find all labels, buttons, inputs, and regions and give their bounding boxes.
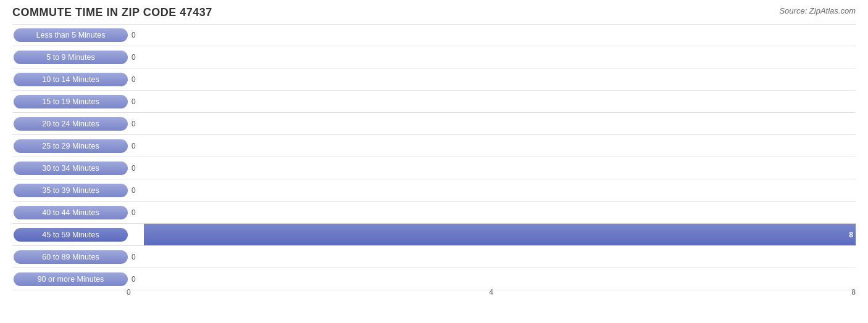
- bar-label: 30 to 34 Minutes: [14, 162, 128, 175]
- chart-title: COMMUTE TIME IN ZIP CODE 47437: [12, 6, 856, 19]
- bar-row: 40 to 44 Minutes0: [12, 202, 856, 224]
- bar-track: [144, 157, 856, 179]
- bar-track: [144, 68, 856, 90]
- bar-value-label: 0: [131, 208, 144, 217]
- bar-label: 60 to 89 Minutes: [14, 250, 128, 264]
- bar-track: [144, 91, 856, 112]
- bar-value-label: 0: [131, 275, 144, 284]
- bar-track: [144, 246, 856, 268]
- bar-value-label: 0: [131, 142, 144, 150]
- bar-row: 45 to 59 Minutes8: [12, 224, 856, 246]
- bar-label: Less than 5 Minutes: [14, 28, 128, 42]
- bar-row: 5 to 9 Minutes0: [12, 46, 856, 68]
- bar-row: Less than 5 Minutes0: [12, 24, 856, 46]
- bar-track: [144, 268, 856, 290]
- bar-label: 35 to 39 Minutes: [14, 184, 128, 197]
- bar-value-label: 0: [131, 53, 144, 62]
- bar-label: 25 to 29 Minutes: [14, 139, 128, 153]
- bar-row: 10 to 14 Minutes0: [12, 68, 856, 91]
- bar-row: 30 to 34 Minutes0: [12, 157, 856, 179]
- bar-row: 15 to 19 Minutes0: [12, 91, 856, 113]
- bar-label: 15 to 19 Minutes: [14, 95, 128, 108]
- bar-label: 5 to 9 Minutes: [14, 51, 128, 64]
- chart-area: Less than 5 Minutes05 to 9 Minutes010 to…: [12, 24, 856, 285]
- bar-end-value: 8: [849, 231, 853, 239]
- bar-value-label: 0: [131, 120, 144, 128]
- bar-label: 10 to 14 Minutes: [14, 73, 128, 86]
- source-text: Source: ZipAtlas.com: [779, 6, 856, 15]
- bar-row: 20 to 24 Minutes0: [12, 113, 856, 135]
- bar-value-label: 0: [131, 253, 144, 261]
- bar-label: 20 to 24 Minutes: [14, 117, 128, 131]
- bar-track: 8: [144, 224, 856, 245]
- bar-track: [144, 25, 856, 46]
- bar-track: [144, 46, 856, 68]
- bar-value-label: 0: [131, 164, 144, 173]
- bar-label: 45 to 59 Minutes: [14, 228, 128, 242]
- bar-label: 90 or more Minutes: [14, 272, 128, 286]
- bar-row: 35 to 39 Minutes0: [12, 179, 856, 202]
- bar-fill: [144, 224, 856, 245]
- bar-track: [144, 113, 856, 134]
- bar-row: 90 or more Minutes0: [12, 268, 856, 290]
- bar-value-label: 0: [131, 97, 144, 106]
- bar-value-label: 0: [131, 31, 144, 39]
- bar-label: 40 to 44 Minutes: [14, 206, 128, 219]
- bar-row: 25 to 29 Minutes0: [12, 135, 856, 157]
- bar-value-label: 0: [131, 75, 144, 84]
- chart-container: COMMUTE TIME IN ZIP CODE 47437 Source: Z…: [0, 0, 868, 323]
- bar-track: [144, 202, 856, 223]
- bar-track: [144, 179, 856, 201]
- bar-value-label: 0: [131, 186, 144, 195]
- bar-track: [144, 135, 856, 157]
- bar-row: 60 to 89 Minutes0: [12, 246, 856, 268]
